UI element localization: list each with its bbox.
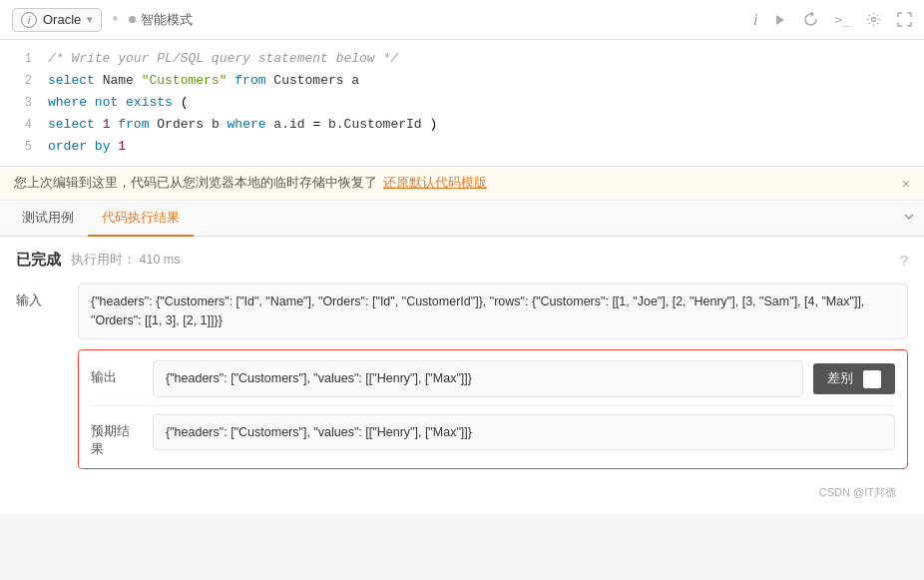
expected-row: 预期结果 {"headers": ["Customers"], "values"… — [91, 414, 895, 458]
terminal-icon[interactable]: >_ — [834, 12, 850, 27]
settings-icon[interactable] — [866, 12, 881, 27]
input-label: 输入 — [16, 284, 66, 309]
toolbar-actions: i >_ — [753, 11, 912, 29]
output-section: 输出 {"headers": ["Customers"], "values": … — [78, 349, 908, 469]
exec-time: 执行用时： 410 ms — [71, 252, 180, 269]
smart-dot-icon — [129, 16, 136, 23]
tabs-bar: 测试用例 代码执行结果 — [0, 201, 924, 237]
restore-link[interactable]: 还原默认代码模版 — [383, 175, 487, 192]
expected-label: 预期结果 — [91, 414, 141, 458]
code-line-2: 2 select Name "Customers" from Customers… — [0, 70, 924, 92]
toolbar: i Oracle ▾ • 智能模式 i >_ — [0, 0, 924, 40]
svg-point-1 — [872, 18, 876, 22]
tab-chevron-icon[interactable] — [902, 210, 916, 227]
separator: • — [112, 9, 118, 30]
output-text-box: {"headers": ["Customers"], "values": [["… — [153, 360, 803, 397]
smart-mode-label: 智能模式 — [141, 11, 193, 29]
fullscreen-icon[interactable] — [897, 12, 912, 27]
watermark: CSDN @IT邦德 — [16, 479, 908, 500]
run-icon[interactable] — [773, 13, 787, 27]
tab-execution-results[interactable]: 代码执行结果 — [88, 201, 194, 237]
tab-test-cases[interactable]: 测试用例 — [8, 201, 88, 237]
diff-white-box — [863, 370, 881, 388]
output-label: 输出 — [91, 360, 141, 386]
output-row: 输出 {"headers": ["Customers"], "values": … — [91, 360, 895, 397]
info-action-icon[interactable]: i — [753, 11, 757, 29]
results-area: 已完成 执行用时： 410 ms ? 输入 {"headers": {"Cust… — [0, 237, 924, 513]
reset-icon[interactable] — [803, 12, 818, 27]
code-line-5: 5 order by 1 — [0, 136, 924, 158]
status-badge: 已完成 — [16, 251, 61, 270]
input-row: 输入 {"headers": {"Customers": ["Id", "Nam… — [16, 284, 908, 339]
input-content: {"headers": {"Customers": ["Id", "Name"]… — [78, 284, 908, 339]
db-label: Oracle — [43, 12, 81, 27]
svg-marker-0 — [776, 15, 784, 25]
notification-close-icon[interactable]: × — [902, 176, 910, 192]
status-row: 已完成 执行用时： 410 ms ? — [16, 251, 908, 270]
output-content-wrap: {"headers": ["Customers"], "values": [["… — [153, 360, 895, 397]
code-line-3: 3 where not exists ( — [0, 92, 924, 114]
notification-bar: 您上次编辑到这里，代码已从您浏览器本地的临时存储中恢复了 还原默认代码模版 × — [0, 167, 924, 201]
dropdown-arrow-icon: ▾ — [87, 13, 93, 26]
db-selector[interactable]: i Oracle ▾ — [12, 8, 102, 32]
code-line-1: 1 /* Write your PL/SQL query statement b… — [0, 48, 924, 70]
code-line-4: 4 select 1 from Orders b where a.id = b.… — [0, 114, 924, 136]
output-divider — [91, 405, 895, 406]
smart-mode-indicator: 智能模式 — [129, 11, 193, 29]
code-editor[interactable]: 1 /* Write your PL/SQL query statement b… — [0, 40, 924, 167]
expected-text-box: {"headers": ["Customers"], "values": [["… — [153, 414, 895, 451]
info-icon: i — [21, 12, 37, 28]
diff-button[interactable]: 差别 — [813, 363, 895, 394]
help-icon[interactable]: ? — [900, 252, 908, 269]
notification-text: 您上次编辑到这里，代码已从您浏览器本地的临时存储中恢复了 — [14, 175, 377, 192]
